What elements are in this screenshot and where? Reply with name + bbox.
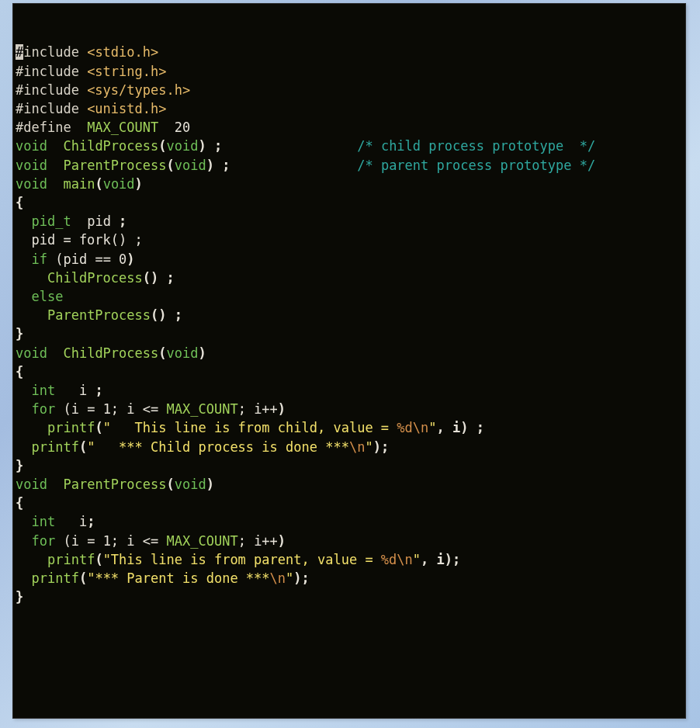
code-line: printf("*** Parent is done ***\n"); — [13, 569, 685, 588]
code-line: } — [13, 456, 685, 475]
code-line: #include <stdio.h> — [13, 43, 685, 61]
code-line: if (pid == 0) — [13, 250, 685, 269]
code-line: void ParentProcess(void) ; /* parent pro… — [13, 156, 685, 175]
code-line: for (i = 1; i <= MAX_COUNT; i++) — [13, 532, 685, 550]
code-line: pid_t pid ; — [13, 212, 685, 231]
code-line: { — [13, 193, 685, 212]
code-line: printf("This line is from parent, value … — [13, 550, 685, 569]
code-line: void ChildProcess(void) — [13, 344, 685, 362]
code-line: void main(void) — [13, 175, 685, 193]
code-line: ParentProcess() ; — [13, 306, 685, 324]
code-line: int i; — [13, 512, 685, 531]
code-line: } — [13, 588, 685, 606]
code-line: #define MAX_COUNT 20 — [13, 118, 685, 137]
code-line: printf(" This line is from child, value … — [13, 418, 685, 437]
code-line: pid = fork() ; — [13, 231, 685, 249]
code-line: for (i = 1; i <= MAX_COUNT; i++) — [13, 400, 685, 418]
code-editor-panel: #include <stdio.h>#include <string.h>#in… — [12, 3, 686, 719]
code-line: printf(" *** Child process is done ***\n… — [13, 438, 685, 456]
code-line: } — [13, 324, 685, 343]
code-line: { — [13, 362, 685, 381]
code-line: { — [13, 494, 685, 512]
code-line: #include <sys/types.h> — [13, 81, 685, 99]
code-line: ChildProcess() ; — [13, 269, 685, 287]
code-content[interactable]: #include <stdio.h>#include <string.h>#in… — [13, 43, 685, 606]
code-line: #include <unistd.h> — [13, 99, 685, 118]
code-line: else — [13, 287, 685, 306]
code-line: void ParentProcess(void) — [13, 475, 685, 494]
code-line: void ChildProcess(void) ; /* child proce… — [13, 137, 685, 155]
code-line: int i ; — [13, 381, 685, 400]
code-line: #include <string.h> — [13, 62, 685, 81]
